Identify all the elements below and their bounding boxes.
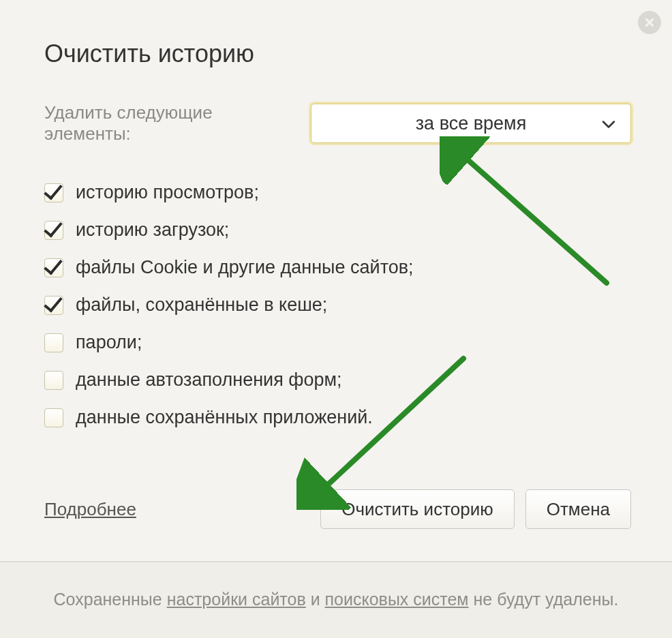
- option-label: историю загрузок;: [76, 219, 229, 241]
- checkbox-app-data[interactable]: [44, 408, 63, 427]
- checkbox-browsing-history[interactable]: [44, 183, 63, 202]
- checkbox-cache[interactable]: [44, 296, 63, 315]
- footnote: Сохраненные настройки сайтов и поисковых…: [0, 561, 672, 638]
- checkbox-passwords[interactable]: [44, 333, 63, 352]
- site-settings-link[interactable]: настройки сайтов: [167, 590, 306, 609]
- svg-line-0: [457, 150, 607, 283]
- dialog-title: Очистить историю: [44, 40, 631, 68]
- time-range-value: за все время: [416, 113, 527, 134]
- option-label: файлы, сохранённые в кеше;: [76, 294, 327, 316]
- search-engines-link[interactable]: поисковых систем: [325, 590, 469, 609]
- option-label: историю просмотров;: [76, 182, 259, 203]
- more-link[interactable]: Подробнее: [44, 499, 136, 520]
- chevron-down-icon: [602, 113, 615, 134]
- footnote-text: Сохраненные: [54, 590, 167, 609]
- annotation-arrow-icon: [440, 136, 617, 293]
- cancel-button[interactable]: Отмена: [525, 489, 631, 529]
- option-label: пароли;: [76, 332, 142, 353]
- time-range-label: Удалить следующие элементы:: [44, 102, 297, 145]
- annotation-arrow-icon: [296, 346, 487, 510]
- footnote-text: не будут удалены.: [469, 590, 619, 609]
- checkbox-cookies[interactable]: [44, 258, 63, 277]
- option-cache: файлы, сохранённые в кеше;: [44, 294, 631, 316]
- checkbox-autofill[interactable]: [44, 371, 63, 390]
- footnote-text: и: [306, 590, 325, 609]
- checkbox-download-history[interactable]: [44, 221, 63, 240]
- option-label: файлы Cookie и другие данные сайтов;: [76, 257, 414, 278]
- svg-line-1: [317, 359, 463, 495]
